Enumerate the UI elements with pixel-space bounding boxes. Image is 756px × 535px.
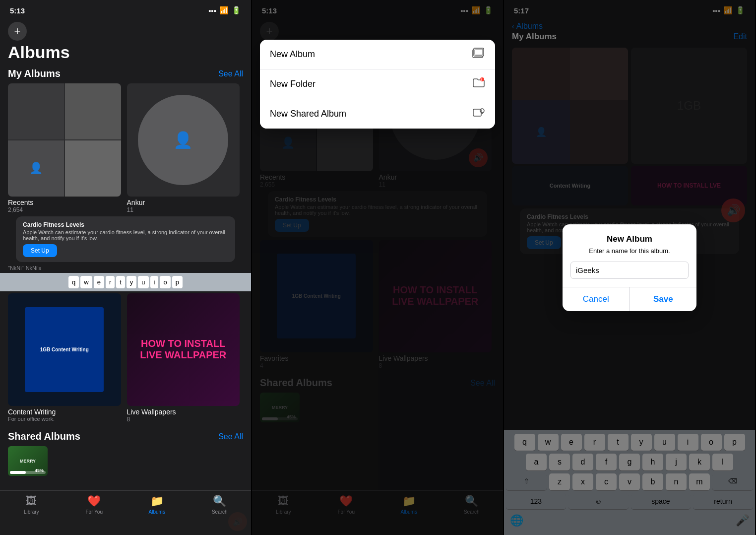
album-name-recents-1: Recents xyxy=(8,199,121,206)
alert-message-3: Enter a name for this album. xyxy=(570,247,689,255)
progress-label-1: 45% xyxy=(35,468,44,473)
notification-card-1: Cardio Fitness Levels Apple Watch can es… xyxy=(16,216,235,262)
battery-icon: 🔋 xyxy=(232,6,241,15)
kb-t[interactable]: t xyxy=(116,276,125,288)
album-grid-row2-1: 1GB Content Writing Content Writing For … xyxy=(0,293,251,423)
notif-title-1: Cardio Fitness Levels xyxy=(23,221,228,228)
ankur-avatar-1: 👤 xyxy=(138,95,228,185)
panel-2: 5:13 ▪▪▪ 📶 🔋 + My Albums See All 👤 xyxy=(252,0,504,535)
live-count-1: 8 xyxy=(127,416,240,423)
album-count-ankur-1: 11 xyxy=(127,206,240,213)
action-new-shared[interactable]: New Shared Album xyxy=(260,99,495,129)
notif-setup-btn-1[interactable]: Set Up xyxy=(23,244,57,257)
content-book-1: 1GB Content Writing xyxy=(25,307,104,392)
alert-body-3: New Album Enter a name for this album. xyxy=(563,224,696,287)
live-thumb-1: HOW TO INSTALL LIVE WALLPAPER xyxy=(127,293,240,406)
content-sub-1: For our office work. xyxy=(8,416,121,422)
action-new-folder[interactable]: New Folder ! xyxy=(260,69,495,99)
search-icon-1: 🔍 xyxy=(213,495,226,508)
kb-q[interactable]: q xyxy=(68,276,79,288)
nav-foryou-1[interactable]: ❤️ For You xyxy=(63,495,126,515)
header-row-1: + xyxy=(0,18,251,41)
name-hint-1: "NkNi" xyxy=(8,265,24,271)
album-count-recents-1: 2,654 xyxy=(8,206,121,213)
kb-w[interactable]: w xyxy=(80,276,92,288)
library-icon-1: 🖼 xyxy=(26,495,37,508)
see-all-my-1[interactable]: See All xyxy=(218,69,243,78)
new-shared-label: New Shared Album xyxy=(270,109,346,119)
wifi-signal-icon: 📶 xyxy=(219,6,229,15)
save-button-3[interactable]: Save xyxy=(630,287,697,311)
album-ankur-1[interactable]: 👤 🔊 Ankur 11 xyxy=(127,83,240,213)
svg-text:!: ! xyxy=(481,78,482,81)
foryou-icon-1: ❤️ xyxy=(87,495,101,508)
shared-merry-1[interactable]: MERRY 45% xyxy=(8,446,48,476)
ankur-thumb-1: 👤 🔊 xyxy=(127,83,240,197)
alert-overlay-3[interactable]: New Album Enter a name for this album. C… xyxy=(504,0,755,535)
notification-area-1: Cardio Fitness Levels Apple Watch can es… xyxy=(8,216,243,262)
album-live-1[interactable]: HOW TO INSTALL LIVE WALLPAPER Live Wallp… xyxy=(127,293,240,423)
time-1: 5:13 xyxy=(10,6,25,15)
status-icons-1: ▪▪▪ 📶 🔋 xyxy=(208,6,241,15)
nav-search-1[interactable]: 🔍 Search xyxy=(189,495,252,515)
action-sheet-2[interactable]: New Album New Folder ! New Sha xyxy=(260,40,495,129)
album-name-input-3[interactable] xyxy=(570,262,689,279)
add-button-1[interactable]: + xyxy=(8,22,27,41)
content-thumb-1: 1GB Content Writing xyxy=(8,293,121,406)
kb-u[interactable]: u xyxy=(138,276,148,288)
panel-1: 5:13 ▪▪▪ 📶 🔋 + Albums My Albums See All … xyxy=(0,0,252,535)
status-bar-1: 5:13 ▪▪▪ 📶 🔋 xyxy=(0,0,251,18)
kb-p[interactable]: p xyxy=(172,276,183,288)
album-content-1[interactable]: 1GB Content Writing Content Writing For … xyxy=(8,293,121,423)
keyboard-hint-1: "NkNi" NkNi's xyxy=(8,265,243,271)
kb-row-qwerty-1: q w e r t y u i o p xyxy=(2,276,249,288)
kb-o[interactable]: o xyxy=(160,276,170,288)
new-album-icon xyxy=(472,48,485,61)
mini-keyboard-1: q w e r t y u i o p xyxy=(0,273,251,291)
alert-dialog-3: New Album Enter a name for this album. C… xyxy=(563,224,696,311)
wifi-icon: ▪▪▪ xyxy=(208,6,216,15)
new-folder-label: New Folder xyxy=(270,79,315,89)
alert-buttons-3: Cancel Save xyxy=(563,287,696,311)
kb-y[interactable]: y xyxy=(126,276,137,288)
foryou-label-1: For You xyxy=(86,509,103,515)
panel-3: 5:17 ▪▪▪ 📶 🔋 ‹ Albums My Albums Edit 👤 1… xyxy=(504,0,756,535)
alert-title-3: New Album xyxy=(570,234,689,244)
search-label-1: Search xyxy=(212,509,228,515)
page-title-1: Albums xyxy=(0,41,251,66)
section-title-my-1: My Albums xyxy=(8,68,61,79)
nav-albums-1[interactable]: 📁 Albums xyxy=(126,495,189,515)
progress-fill-1 xyxy=(10,471,26,474)
content-name-1: Content Writing xyxy=(8,408,121,416)
kb-i[interactable]: i xyxy=(150,276,159,288)
new-album-label: New Album xyxy=(270,49,315,60)
notif-body-1: Apple Watch can estimate your cardio fit… xyxy=(23,229,228,241)
section-header-shared-1: Shared Albums See All xyxy=(0,429,251,446)
nav-library-1[interactable]: 🖼 Library xyxy=(0,495,63,515)
bottom-nav-1: 🖼 Library ❤️ For You 📁 Albums 🔍 Search xyxy=(0,490,251,535)
library-label-1: Library xyxy=(24,509,39,515)
recents-thumb-1: 👤 xyxy=(8,83,121,197)
albums-label-1: Albums xyxy=(149,509,165,515)
albums-icon-1: 📁 xyxy=(150,495,164,508)
section-header-my-albums-1: My Albums See All xyxy=(0,66,251,83)
book-title-1: 1GB Content Writing xyxy=(40,347,89,352)
name-hint-2: NkNi's xyxy=(26,265,41,271)
live-name-1: Live Wallpapers xyxy=(127,408,240,416)
kb-r[interactable]: r xyxy=(106,276,115,288)
action-new-album[interactable]: New Album xyxy=(260,40,495,69)
shared-albums-1: MERRY 45% xyxy=(0,446,251,476)
see-all-shared-1[interactable]: See All xyxy=(218,432,243,441)
album-grid-1: 👤 Recents 2,654 👤 🔊 Ankur 11 xyxy=(0,83,251,213)
new-shared-icon xyxy=(472,107,485,121)
section-title-shared-1: Shared Albums xyxy=(8,431,80,442)
new-folder-icon: ! xyxy=(472,77,485,91)
cancel-button-3[interactable]: Cancel xyxy=(563,287,630,311)
album-name-ankur-1: Ankur xyxy=(127,199,240,206)
plus-icon: + xyxy=(14,25,21,38)
album-recents-1[interactable]: 👤 Recents 2,654 xyxy=(8,83,121,213)
kb-e[interactable]: e xyxy=(94,276,104,288)
